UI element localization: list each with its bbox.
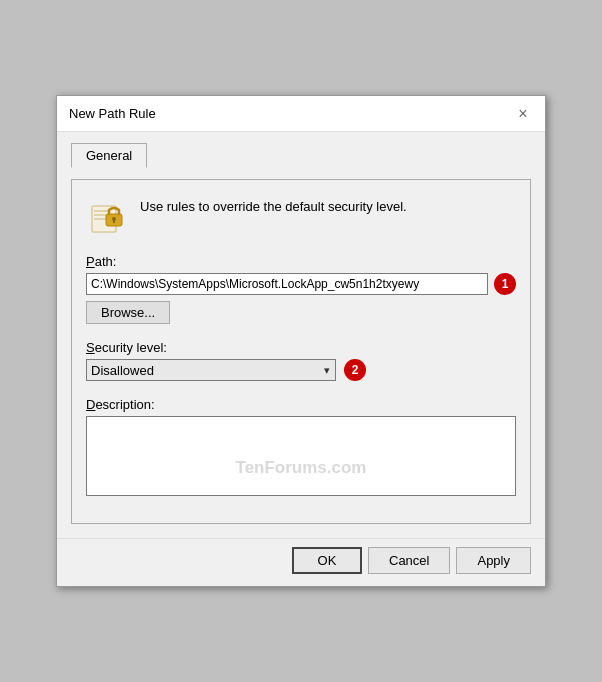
info-description: Use rules to override the default securi…: [140, 194, 407, 216]
close-button[interactable]: ×: [513, 104, 533, 124]
dialog-content: General: [57, 132, 545, 538]
tab-general-label: General: [86, 148, 132, 163]
title-bar: New Path Rule ×: [57, 96, 545, 132]
description-section: Description:: [86, 397, 516, 499]
description-textarea[interactable]: [86, 416, 516, 496]
path-label: Path:: [86, 254, 516, 269]
select-row: Disallowed Basic User Unrestricted 2: [86, 359, 516, 381]
security-level-select[interactable]: Disallowed Basic User Unrestricted: [86, 359, 336, 381]
callout-badge-2: 2: [344, 359, 366, 381]
security-level-wrapper: Disallowed Basic User Unrestricted: [86, 359, 336, 381]
svg-rect-2: [94, 214, 106, 216]
security-level-section: Security level: Disallowed Basic User Un…: [86, 340, 516, 381]
ok-button[interactable]: OK: [292, 547, 362, 574]
lock-icon: [86, 194, 128, 236]
tab-general[interactable]: General: [71, 143, 147, 168]
path-input[interactable]: [86, 273, 488, 295]
browse-button[interactable]: Browse...: [86, 301, 170, 324]
button-bar: OK Cancel Apply: [57, 538, 545, 586]
callout-badge-1: 1: [494, 273, 516, 295]
new-path-rule-dialog: New Path Rule × General: [56, 95, 546, 587]
description-label: Description:: [86, 397, 516, 412]
dialog-title: New Path Rule: [69, 106, 156, 121]
svg-rect-6: [113, 220, 115, 223]
cancel-button[interactable]: Cancel: [368, 547, 450, 574]
svg-rect-1: [94, 210, 108, 212]
tab-content-general: Use rules to override the default securi…: [71, 179, 531, 524]
apply-button[interactable]: Apply: [456, 547, 531, 574]
description-outer: [86, 416, 516, 499]
security-level-label: Security level:: [86, 340, 516, 355]
path-row: 1: [86, 273, 516, 295]
tab-bar: General: [71, 142, 531, 167]
info-row: Use rules to override the default securi…: [86, 194, 516, 236]
